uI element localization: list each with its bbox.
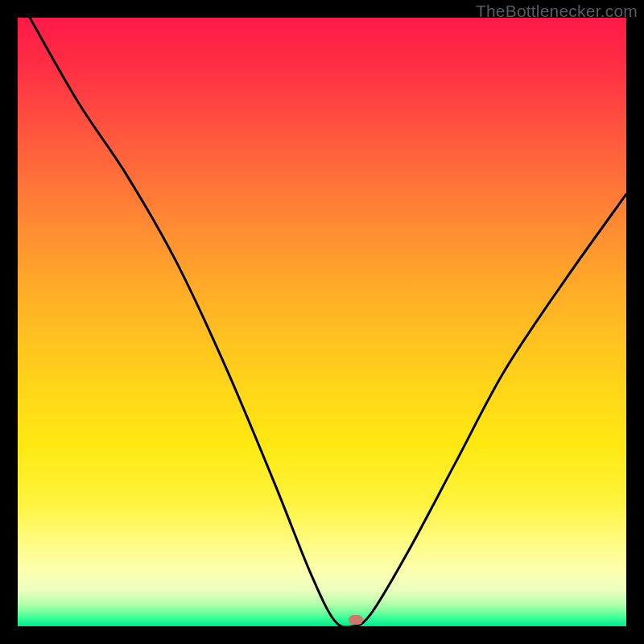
chart-frame (18, 18, 626, 626)
chart-curve (18, 18, 626, 626)
watermark-text: TheBottlenecker.com (476, 2, 638, 21)
optimal-point-marker (349, 615, 363, 625)
